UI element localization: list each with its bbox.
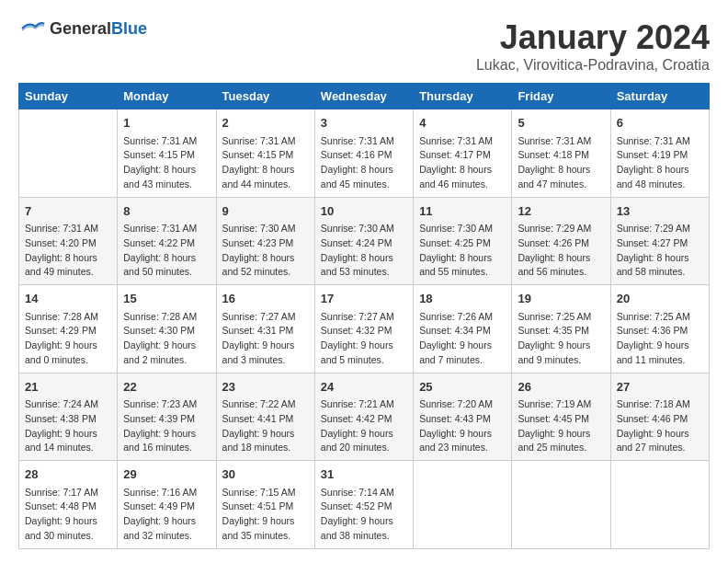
calendar-cell: 17Sunrise: 7:27 AMSunset: 4:32 PMDayligh… — [314, 285, 413, 373]
cell-info-line: Sunset: 4:29 PM — [25, 324, 111, 339]
calendar-cell: 23Sunrise: 7:22 AMSunset: 4:41 PMDayligh… — [216, 373, 314, 461]
calendar-table: SundayMondayTuesdayWednesdayThursdayFrid… — [18, 83, 710, 549]
cell-info-line: Sunrise: 7:25 AM — [617, 310, 703, 325]
cell-info-line: and 47 minutes. — [518, 178, 604, 192]
day-number: 6 — [617, 114, 703, 132]
cell-info-line: and 0 minutes. — [25, 353, 111, 368]
page-header: GeneralBlue January 2024 Lukac, Viroviti… — [18, 18, 710, 74]
calendar-cell: 18Sunrise: 7:26 AMSunset: 4:34 PMDayligh… — [414, 285, 512, 373]
logo: GeneralBlue — [18, 18, 147, 39]
cell-info-line: Sunrise: 7:17 AM — [25, 486, 111, 500]
calendar-cell: 22Sunrise: 7:23 AMSunset: 4:39 PMDayligh… — [118, 373, 216, 461]
cell-info-line: and 49 minutes. — [25, 265, 111, 280]
calendar-cell: 31Sunrise: 7:14 AMSunset: 4:52 PMDayligh… — [314, 461, 413, 549]
calendar-cell: 5Sunrise: 7:31 AMSunset: 4:18 PMDaylight… — [512, 109, 610, 198]
cell-info-line: Sunrise: 7:31 AM — [321, 134, 407, 149]
month-year-title: January 2024 — [476, 18, 710, 57]
day-number: 18 — [419, 290, 506, 308]
cell-info-line: Sunrise: 7:29 AM — [518, 222, 604, 236]
title-block: January 2024 Lukac, Virovitica-Podravina… — [476, 18, 710, 74]
cell-info-line: Sunrise: 7:31 AM — [617, 134, 703, 149]
cell-info-line: Daylight: 8 hours — [123, 251, 210, 266]
cell-info-line: Sunset: 4:25 PM — [419, 236, 506, 251]
day-of-week-header: Friday — [512, 84, 610, 109]
day-number: 28 — [25, 465, 111, 484]
calendar-cell: 6Sunrise: 7:31 AMSunset: 4:19 PMDaylight… — [610, 109, 709, 198]
cell-info-line: Sunset: 4:45 PM — [518, 412, 604, 427]
cell-info-line: Sunset: 4:32 PM — [321, 324, 407, 339]
calendar-cell: 25Sunrise: 7:20 AMSunset: 4:43 PMDayligh… — [414, 373, 512, 461]
day-number: 31 — [321, 465, 407, 484]
cell-info-line: Daylight: 9 hours — [321, 339, 407, 353]
calendar-cell: 29Sunrise: 7:16 AMSunset: 4:49 PMDayligh… — [118, 461, 216, 549]
calendar-cell: 3Sunrise: 7:31 AMSunset: 4:16 PMDaylight… — [314, 109, 413, 198]
day-number: 26 — [518, 378, 604, 396]
cell-info-line: and 44 minutes. — [222, 178, 309, 192]
cell-info-line: Sunrise: 7:25 AM — [518, 310, 604, 325]
day-number: 22 — [123, 378, 210, 396]
day-number: 8 — [123, 202, 210, 221]
cell-info-line: Sunrise: 7:31 AM — [123, 222, 210, 236]
day-number: 3 — [321, 114, 407, 132]
cell-info-line: and 53 minutes. — [321, 265, 407, 280]
day-number: 27 — [617, 378, 703, 396]
cell-info-line: Daylight: 8 hours — [222, 163, 309, 178]
calendar-cell — [512, 461, 610, 549]
cell-info-line: Daylight: 8 hours — [617, 163, 703, 178]
cell-info-line: Sunset: 4:48 PM — [25, 500, 111, 514]
cell-info-line: Daylight: 9 hours — [123, 514, 210, 529]
cell-info-line: Daylight: 8 hours — [419, 251, 506, 266]
day-number: 7 — [25, 202, 111, 221]
cell-info-line: Sunrise: 7:28 AM — [25, 310, 111, 325]
cell-info-line: Daylight: 8 hours — [321, 251, 407, 266]
cell-info-line: Daylight: 9 hours — [222, 514, 309, 529]
cell-info-line: Sunset: 4:23 PM — [222, 236, 309, 251]
cell-info-line: and 2 minutes. — [123, 353, 210, 368]
day-number: 21 — [25, 378, 111, 396]
cell-info-line: Daylight: 9 hours — [123, 427, 210, 442]
calendar-cell — [19, 109, 118, 198]
cell-info-line: Sunrise: 7:26 AM — [419, 310, 506, 325]
cell-info-line: Daylight: 9 hours — [518, 427, 604, 442]
cell-info-line: and 38 minutes. — [321, 529, 407, 544]
cell-info-line: and 3 minutes. — [222, 353, 309, 368]
cell-info-line: Sunrise: 7:31 AM — [25, 222, 111, 236]
cell-info-line: Sunrise: 7:31 AM — [419, 134, 506, 149]
cell-info-line: Sunset: 4:46 PM — [617, 412, 703, 427]
cell-info-line: Sunset: 4:27 PM — [617, 236, 703, 251]
cell-info-line: Sunset: 4:16 PM — [321, 148, 407, 163]
cell-info-line: Sunset: 4:22 PM — [123, 236, 210, 251]
cell-info-line: Daylight: 8 hours — [222, 251, 309, 266]
day-number: 10 — [321, 202, 407, 221]
cell-info-line: Sunrise: 7:29 AM — [617, 222, 703, 236]
calendar-cell: 16Sunrise: 7:27 AMSunset: 4:31 PMDayligh… — [216, 285, 314, 373]
calendar-header-row: SundayMondayTuesdayWednesdayThursdayFrid… — [19, 84, 710, 109]
cell-info-line: and 7 minutes. — [419, 353, 506, 368]
cell-info-line: Sunset: 4:24 PM — [321, 236, 407, 251]
calendar-week-row: 21Sunrise: 7:24 AMSunset: 4:38 PMDayligh… — [19, 373, 710, 461]
cell-info-line: Sunset: 4:26 PM — [518, 236, 604, 251]
cell-info-line: Sunset: 4:18 PM — [518, 148, 604, 163]
cell-info-line: Sunrise: 7:30 AM — [321, 222, 407, 236]
calendar-cell: 9Sunrise: 7:30 AMSunset: 4:23 PMDaylight… — [216, 197, 314, 285]
calendar-cell: 27Sunrise: 7:18 AMSunset: 4:46 PMDayligh… — [610, 373, 709, 461]
cell-info-line: and 48 minutes. — [617, 178, 703, 192]
calendar-cell — [610, 461, 709, 549]
cell-info-line: Sunrise: 7:18 AM — [617, 397, 703, 412]
day-number: 1 — [123, 114, 210, 132]
calendar-cell: 21Sunrise: 7:24 AMSunset: 4:38 PMDayligh… — [19, 373, 118, 461]
cell-info-line: and 50 minutes. — [123, 265, 210, 280]
cell-info-line: and 14 minutes. — [25, 441, 111, 455]
day-number: 2 — [222, 114, 309, 132]
cell-info-line: and 25 minutes. — [518, 441, 604, 455]
cell-info-line: Sunset: 4:15 PM — [222, 148, 309, 163]
cell-info-line: and 20 minutes. — [321, 441, 407, 455]
cell-info-line: Sunset: 4:31 PM — [222, 324, 309, 339]
cell-info-line: and 9 minutes. — [518, 353, 604, 368]
cell-info-line: Sunrise: 7:14 AM — [321, 486, 407, 500]
cell-info-line: Daylight: 8 hours — [25, 251, 111, 266]
day-of-week-header: Tuesday — [216, 84, 314, 109]
day-number: 20 — [617, 290, 703, 308]
cell-info-line: and 56 minutes. — [518, 265, 604, 280]
cell-info-line: Sunrise: 7:31 AM — [123, 134, 210, 149]
